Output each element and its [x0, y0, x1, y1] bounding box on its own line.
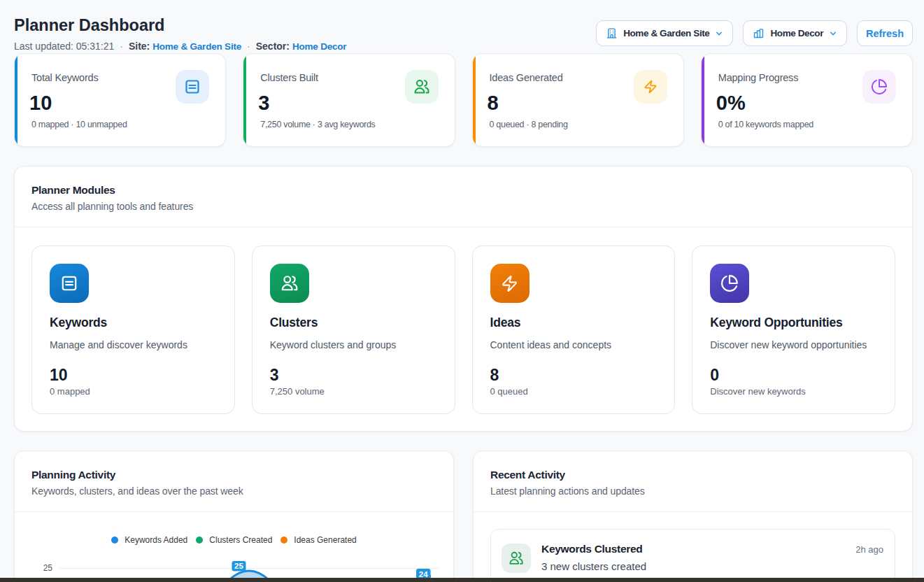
- svg-text:25: 25: [234, 562, 243, 570]
- svg-text:24: 24: [419, 570, 428, 579]
